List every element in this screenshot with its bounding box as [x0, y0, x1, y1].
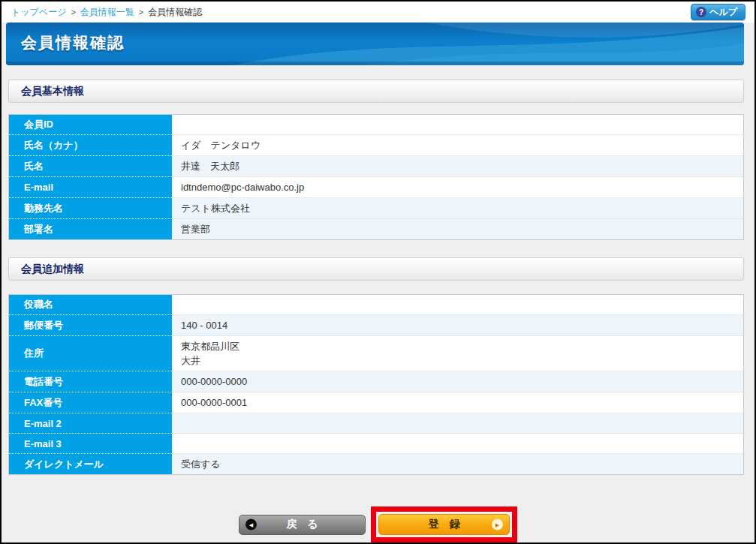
back-arrow-icon: ◀ — [245, 519, 257, 530]
breadcrumb-item[interactable]: トップページ — [11, 7, 66, 17]
row-label: 役職名 — [9, 295, 172, 315]
table-row: 役職名 — [9, 295, 743, 315]
row-label: FAX番号 — [9, 392, 172, 413]
forward-arrow-icon: ▶ — [492, 519, 503, 530]
table-row: 部署名営業部 — [9, 219, 743, 239]
row-value: 000-0000-0000 — [172, 371, 743, 392]
row-label: 郵便番号 — [9, 315, 172, 336]
breadcrumb-bar: トップページ>会員情報一覧>会員情報確認 ? ヘルプ — [2, 2, 754, 23]
table-row: FAX番号000-0000-0001 — [9, 392, 743, 413]
back-button[interactable]: ◀ 戻 る — [239, 515, 366, 535]
section-heading-additional-info: 会員追加情報 — [8, 257, 744, 281]
table-row: E-mail 3 — [9, 434, 743, 454]
register-button-label: 登 録 — [429, 518, 460, 531]
row-label: ダイレクトメール — [9, 454, 172, 474]
row-value: イダ テンタロウ — [172, 135, 743, 156]
section-heading-label: 会員基本情報 — [21, 85, 84, 98]
additional-info-table: 役職名郵便番号140 - 0014住所東京都品川区 大井電話番号000-0000… — [8, 294, 744, 475]
table-row: 氏名井達 天太郎 — [9, 156, 743, 177]
table-row: 住所東京都品川区 大井 — [9, 336, 743, 371]
table-row: 氏名（カナ）イダ テンタロウ — [9, 135, 743, 156]
row-value: 受信する — [172, 454, 743, 474]
row-label: E-mail 2 — [9, 413, 172, 434]
row-value — [172, 295, 743, 315]
breadcrumb-item[interactable]: 会員情報一覧 — [80, 7, 134, 17]
table-row: 郵便番号140 - 0014 — [9, 315, 743, 336]
row-value: テスト株式会社 — [172, 198, 743, 219]
row-label: 住所 — [9, 336, 172, 371]
row-value: 営業部 — [172, 219, 743, 239]
breadcrumb-separator: > — [139, 8, 143, 17]
breadcrumb: トップページ>会員情報一覧>会員情報確認 — [11, 6, 202, 19]
row-value: 000-0000-0001 — [172, 392, 743, 413]
table-row: E-mail 2 — [9, 413, 743, 434]
back-button-label: 戻 る — [286, 518, 318, 531]
row-value: 東京都品川区 大井 — [172, 336, 743, 371]
row-label: 部署名 — [9, 219, 172, 239]
table-row: ダイレクトメール受信する — [9, 454, 743, 474]
row-value — [172, 434, 743, 454]
help-label: ヘルプ — [709, 6, 737, 19]
red-highlight-box: 登 録 ▶ — [371, 506, 517, 542]
row-label: E-mail — [9, 177, 172, 198]
section-heading-basic-info: 会員基本情報 — [8, 80, 744, 103]
row-value: 140 - 0014 — [172, 315, 743, 336]
row-label: 電話番号 — [9, 371, 172, 392]
page-title: 会員情報確認 — [21, 32, 125, 53]
table-row: 勤務先名テスト株式会社 — [9, 198, 743, 219]
row-label: 氏名（カナ） — [9, 135, 172, 156]
button-zone: ◀ 戻 る 登 録 ▶ — [2, 506, 754, 542]
row-label: E-mail 3 — [9, 434, 172, 454]
basic-info-table: 会員ID氏名（カナ）イダ テンタロウ氏名井達 天太郎E-mailidtndemo… — [8, 114, 744, 240]
row-label: 会員ID — [9, 115, 172, 135]
table-row: 会員ID — [9, 115, 743, 135]
row-value: 井達 天太郎 — [172, 156, 743, 177]
register-button[interactable]: 登 録 ▶ — [378, 514, 510, 535]
row-value: idtndemo@pc-daiwabo.co.jp — [172, 177, 743, 198]
row-label: 勤務先名 — [9, 198, 172, 219]
page-header-banner: 会員情報確認 — [6, 23, 744, 65]
row-value — [172, 413, 743, 434]
row-value — [172, 115, 743, 135]
table-row: 電話番号000-0000-0000 — [9, 371, 743, 392]
section-heading-label: 会員追加情報 — [21, 263, 84, 276]
breadcrumb-item: 会員情報確認 — [148, 7, 202, 17]
question-icon: ? — [696, 7, 706, 17]
table-row: E-mailidtndemo@pc-daiwabo.co.jp — [9, 177, 743, 198]
breadcrumb-separator: > — [71, 8, 75, 17]
row-label: 氏名 — [9, 156, 172, 177]
help-button[interactable]: ? ヘルプ — [691, 4, 745, 20]
